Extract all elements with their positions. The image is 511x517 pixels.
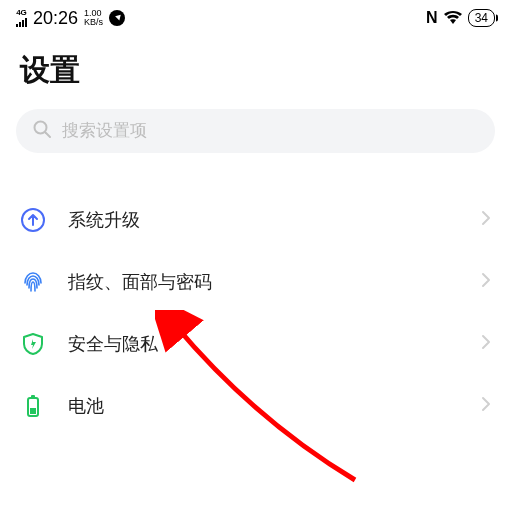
nfc-icon: N	[426, 9, 438, 27]
chevron-right-icon	[481, 396, 491, 416]
row-system-upgrade[interactable]: 系统升级	[0, 189, 511, 251]
status-bar: 4G 20:26 1.00 KB/s N 34	[0, 0, 511, 32]
row-fingerprint-face-password[interactable]: 指纹、面部与密码	[0, 251, 511, 313]
network-type: 4G	[16, 9, 27, 17]
status-right: N 34	[426, 9, 495, 27]
signal-indicator: 4G	[16, 9, 27, 27]
clock-time: 20:26	[33, 8, 78, 29]
chevron-right-icon	[481, 272, 491, 292]
status-left: 4G 20:26 1.00 KB/s	[16, 8, 125, 29]
svg-rect-5	[30, 408, 36, 414]
shield-icon	[20, 331, 46, 357]
svg-line-1	[46, 133, 51, 138]
upgrade-icon	[20, 207, 46, 233]
wifi-icon	[444, 11, 462, 25]
signal-bars-icon	[16, 17, 27, 27]
row-label: 电池	[68, 394, 459, 418]
row-label: 系统升级	[68, 208, 459, 232]
search-container	[0, 101, 511, 171]
speed-unit: KB/s	[84, 18, 103, 27]
battery-indicator: 34	[468, 9, 495, 27]
network-speed: 1.00 KB/s	[84, 9, 103, 27]
search-input[interactable]	[62, 121, 479, 141]
fingerprint-icon	[20, 269, 46, 295]
row-battery[interactable]: 电池	[0, 375, 511, 437]
battery-percent: 34	[475, 11, 488, 25]
row-label: 指纹、面部与密码	[68, 270, 459, 294]
compass-icon	[109, 10, 125, 26]
row-security-privacy[interactable]: 安全与隐私	[0, 313, 511, 375]
battery-icon	[20, 393, 46, 419]
page-title: 设置	[0, 32, 511, 101]
chevron-right-icon	[481, 210, 491, 230]
svg-rect-4	[31, 395, 35, 398]
svg-point-0	[35, 122, 47, 134]
chevron-right-icon	[481, 334, 491, 354]
search-box[interactable]	[16, 109, 495, 153]
search-icon	[32, 119, 52, 143]
settings-list: 系统升级 指纹、面部与密码 安全与隐私	[0, 171, 511, 437]
row-label: 安全与隐私	[68, 332, 459, 356]
